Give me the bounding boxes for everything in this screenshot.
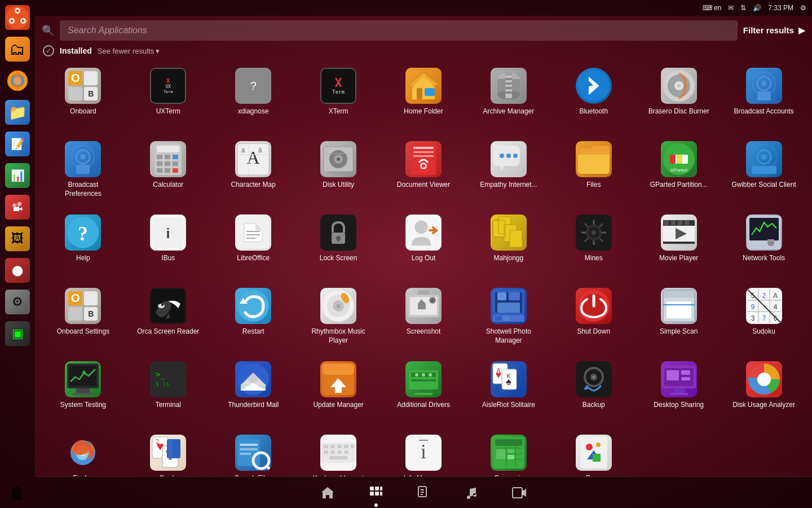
thunderbird-icon (235, 361, 271, 397)
app-item-system-testing[interactable]: System Testing (41, 356, 126, 429)
gparted-icon: GParted (661, 141, 697, 177)
svg-rect-20 (505, 72, 512, 76)
app-item-files[interactable]: Files (551, 135, 636, 209)
app-item-disk-utility[interactable]: Disk Utility (296, 135, 381, 209)
app-item-info-manager[interactable]: i Info Manager (381, 429, 466, 476)
app-item-aisleriot[interactable]: ♥ A ♠ K AisleRiot Solitaire (466, 356, 551, 429)
app-item-uxterm[interactable]: X UX Term UXTerm (126, 62, 211, 135)
app-item-gwibber[interactable]: Gwibber Social Client (721, 135, 806, 209)
svg-rect-136 (418, 304, 426, 309)
nav-music-btn[interactable] (459, 482, 484, 503)
app-item-mines[interactable]: Mines (551, 209, 636, 282)
app-item-lock-screen[interactable]: Lock Screen (296, 209, 381, 282)
app-item-log-out[interactable]: Log Out (381, 209, 466, 282)
sidebar-item-libreoffice-impress[interactable]: 📽 (2, 192, 33, 222)
svg-rect-151 (663, 290, 695, 298)
app-item-help[interactable]: ? Help (41, 209, 126, 282)
keyboard-indicator[interactable]: ⌨ en (703, 4, 721, 12)
broadcast-accounts-icon (746, 68, 782, 104)
app-item-xdiagnose[interactable]: ?xdiagnose (211, 62, 296, 135)
app-item-character-map[interactable]: A a ä Character Map (211, 135, 296, 209)
sidebar-item-launcher1[interactable]: 🗂 (2, 34, 33, 64)
app-item-restart[interactable]: Restart (211, 282, 296, 356)
nav-apps-btn[interactable] (363, 482, 389, 503)
app-item-shut-down[interactable]: Shut Down (551, 282, 636, 356)
svg-rect-208 (681, 377, 690, 380)
app-item-terminal[interactable]: >_ $ ls Terminal (126, 356, 211, 429)
app-item-disk-usage[interactable]: Disk Usage Analyzer (721, 356, 806, 429)
app-item-onboard[interactable]: O B Onboard (41, 62, 126, 135)
topbar: ⌨ en ✉ ⇅ 🔊 7:33 PM ⚙ (35, 0, 812, 16)
app-item-document-viewer[interactable]: Document Viewer (381, 135, 466, 209)
app-item-movie-player[interactable]: Movie Player (636, 209, 721, 282)
sidebar-item-unity[interactable]: ⬤ (2, 255, 33, 286)
svg-rect-121 (749, 218, 779, 240)
app-item-broadcast-accounts[interactable]: Broadcast Accounts (721, 62, 806, 135)
app-item-cards[interactable]: ♥ 2 ♠ A Cards (126, 429, 211, 476)
nav-files-btn[interactable] (412, 482, 436, 503)
app-item-broadcast-prefs[interactable]: Broadcast Preferences (41, 135, 126, 209)
app-item-orca[interactable]: Orca Screen Reader (126, 282, 211, 356)
app-item-update-manager[interactable]: Update Manager (296, 356, 381, 429)
nav-video-btn[interactable] (506, 483, 532, 502)
system-settings-btn[interactable]: ⚙ (800, 4, 806, 12)
app-item-libreoffice[interactable]: LibreOffice (211, 209, 296, 282)
main-content: ⌨ en ✉ ⇅ 🔊 7:33 PM ⚙ 🔍 Filter results ▶ … (35, 0, 812, 508)
app-item-simple-scan[interactable]: Simple Scan (636, 282, 721, 356)
app-item-bluetooth[interactable]: Bluetooth (551, 62, 636, 135)
app-item-archive-manager[interactable]: Archive Manager (466, 62, 551, 135)
app-item-additional-drivers[interactable]: Additional Drivers (381, 356, 466, 429)
app-item-screenshot[interactable]: Screenshot (381, 282, 466, 356)
app-item-onboard-settings[interactable]: O B Onboard Settings (41, 282, 126, 356)
sidebar-item-terminal[interactable]: ▣ (2, 318, 33, 349)
app-item-xterm[interactable]: X Term XTerm (296, 62, 381, 135)
cards-icon: ♥ 2 ♠ A (150, 435, 186, 471)
time-display[interactable]: 7:33 PM (768, 4, 793, 12)
search-input[interactable] (60, 20, 738, 41)
svg-text:i: i (166, 226, 170, 241)
app-item-gparted[interactable]: GParted GParted Partition... (636, 135, 721, 209)
sidebar-item-libreoffice-writer[interactable]: 📝 (2, 129, 33, 159)
app-item-backup[interactable]: Backup (551, 356, 636, 429)
svg-rect-63 (413, 147, 434, 149)
app-item-shotwell[interactable]: Shotwell Photo Manager (466, 282, 551, 356)
sidebar-item-shotwell[interactable]: 🖼 (2, 224, 33, 254)
sidebar-item-settings[interactable]: ⚙ (2, 287, 33, 317)
app-item-desktop-sharing[interactable]: Desktop Sharing (636, 356, 721, 429)
xterm-icon: X Term (320, 68, 356, 104)
app-item-ibus[interactable]: i IBus (126, 209, 211, 282)
app-item-empathy[interactable]: Empathy Internet... (466, 135, 551, 209)
document-viewer-label: Document Viewer (397, 181, 451, 190)
sidebar-item-firefox[interactable] (2, 65, 33, 96)
app-item-calculator[interactable]: Calculator (126, 135, 211, 209)
app-item-mahjongg[interactable]: Mahjongg (466, 209, 551, 282)
see-fewer-btn[interactable]: See fewer results ▾ (98, 47, 160, 55)
app-item-sudoku[interactable]: 5 2 A 9 4 3 7 6 Sudoku (721, 282, 806, 356)
sidebar-item-trash[interactable]: 🗑 (2, 478, 33, 508)
svg-rect-239 (329, 456, 347, 459)
sidebar-item-libreoffice-calc[interactable]: 📊 (2, 160, 33, 191)
svg-rect-190 (414, 393, 433, 395)
svg-rect-46 (157, 168, 162, 173)
mail-indicator[interactable]: ✉ (728, 4, 734, 12)
nav-home-btn[interactable] (315, 482, 341, 503)
app-item-firefox[interactable]: Firefox (41, 429, 126, 476)
volume-indicator[interactable]: 🔊 (753, 4, 761, 12)
app-item-home-folder[interactable]: Home Folder (381, 62, 466, 135)
app-item-gnumeric[interactable]: Gnumeric (466, 429, 551, 476)
svg-text:7: 7 (762, 314, 766, 322)
app-item-thunderbird[interactable]: Thunderbird Mail (211, 356, 296, 429)
svg-rect-205 (670, 393, 688, 395)
app-item-network-tools[interactable]: Network Tools (721, 209, 806, 282)
filter-results-btn[interactable]: Filter results ▶ (743, 25, 805, 36)
sidebar-item-files[interactable]: 📁 (2, 97, 33, 128)
sidebar-item-ubuntu[interactable] (2, 2, 33, 33)
app-item-brasero[interactable]: Brasero Disc Burner (636, 62, 721, 135)
mixer-indicator[interactable]: ⇅ (740, 4, 746, 12)
brasero-icon (661, 68, 697, 104)
app-item-keyboard-layout[interactable]: Keyboard Layout (296, 429, 381, 476)
libreoffice-label: LibreOffice (237, 254, 270, 263)
app-item-rhythmbox[interactable]: Rhythmbox Music Player (296, 282, 381, 356)
app-item-draw[interactable]: Draw (551, 429, 636, 476)
app-item-search-files[interactable]: Search Files (211, 429, 296, 476)
